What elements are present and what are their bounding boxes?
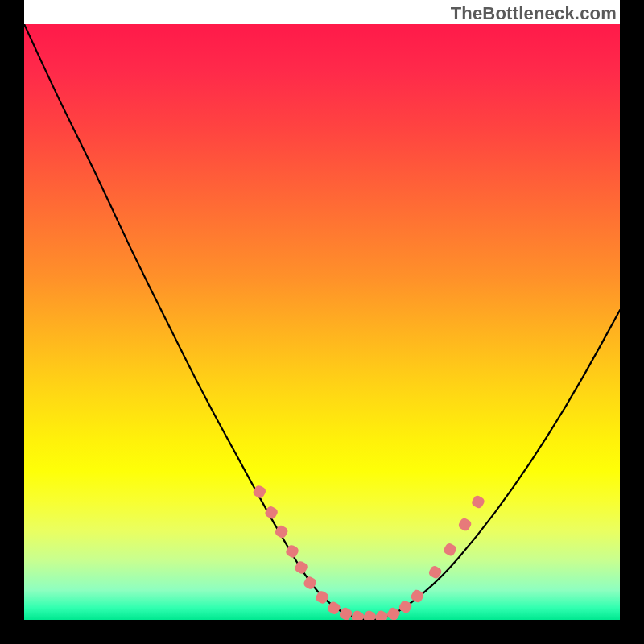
highlight-marker xyxy=(470,494,485,510)
highlight-marker xyxy=(457,517,473,532)
highlight-marker xyxy=(294,559,309,575)
highlight-marker xyxy=(374,609,389,620)
highlight-marker xyxy=(443,542,458,557)
highlight-marker xyxy=(338,606,353,620)
highlight-marker xyxy=(398,599,413,614)
main-curve xyxy=(24,24,620,620)
highlight-marker xyxy=(386,606,401,620)
highlight-markers xyxy=(252,484,486,620)
highlight-marker xyxy=(314,589,329,605)
highlight-marker xyxy=(362,609,378,620)
chart-svg xyxy=(24,24,620,620)
highlight-marker xyxy=(350,609,365,620)
watermark-text: TheBottleneck.com xyxy=(451,3,617,24)
